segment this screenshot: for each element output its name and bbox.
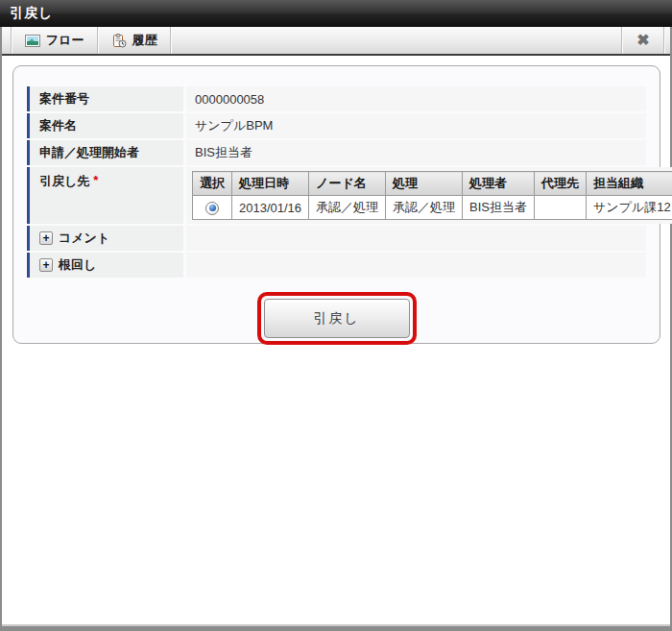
- radio-selected-dot: [209, 205, 216, 211]
- pullback-dialog-window: 引戻し フロー: [0, 0, 672, 631]
- case-name-value: サンプルBPM: [195, 117, 273, 134]
- pullback-target-label-cell: 引戻し先 *: [27, 167, 183, 224]
- flow-button-label: フロー: [46, 32, 84, 49]
- applicant-label: 申請／処理開始者: [39, 144, 139, 161]
- header-proxy: 代理先: [535, 172, 587, 196]
- dialog-titlebar: 引戻し: [0, 0, 672, 27]
- close-button[interactable]: ✖: [623, 27, 663, 54]
- header-processor: 処理者: [463, 172, 535, 196]
- case-number-value-cell: 0000000058: [186, 86, 646, 111]
- dialog-content: 案件番号 0000000058 案件名 サンプルBPM: [2, 56, 670, 624]
- form-row-pullback-target: 引戻し先 * 選択 処理日時 ノード名 処理 処理者: [27, 167, 646, 224]
- table-header-row: 選択 処理日時 ノード名 処理 処理者 代理先 担当組織: [193, 172, 672, 196]
- close-icon: ✖: [636, 33, 649, 48]
- dialog-body: フロー 履歴: [0, 27, 672, 631]
- organization-cell: サンプル課12: [587, 196, 672, 220]
- case-name-label-cell: 案件名: [27, 113, 183, 138]
- form-row-case-name: 案件名 サンプルBPM: [27, 113, 646, 138]
- history-clipboard-icon: [111, 34, 127, 48]
- highlight-annotation: 引戻し: [257, 292, 417, 345]
- select-cell: [193, 196, 232, 220]
- form-row-case-number: 案件番号 0000000058: [27, 86, 646, 111]
- processor-cell: BIS担当者: [463, 196, 535, 220]
- applicant-label-cell: 申請／処理開始者: [27, 140, 183, 165]
- header-organization: 担当組織: [587, 172, 672, 196]
- flow-button[interactable]: フロー: [12, 27, 97, 54]
- action-button-area: 引戻し: [27, 292, 646, 345]
- table-row: 2013/01/16 承認／処理 承認／処理 BIS担当者 サンプル課12: [193, 196, 672, 220]
- comment-value-cell: [186, 226, 646, 251]
- dialog-title: 引戻し: [10, 5, 53, 22]
- toolbar-spacer: [172, 27, 621, 54]
- form-row-nemawashi: + 根回し: [27, 253, 646, 278]
- node-name-cell: 承認／処理: [309, 196, 386, 220]
- case-name-label: 案件名: [39, 117, 77, 134]
- pullback-target-label: 引戻し先: [39, 173, 89, 190]
- pullback-target-value-cell: 選択 処理日時 ノード名 処理 処理者 代理先 担当組織: [186, 167, 672, 224]
- comment-section-toggle[interactable]: + コメント: [27, 226, 183, 251]
- window-bottom-edge-dark: [2, 626, 670, 631]
- applicant-value-cell: BIS担当者: [186, 140, 646, 165]
- header-datetime: 処理日時: [232, 172, 309, 196]
- case-name-value-cell: サンプルBPM: [186, 113, 646, 138]
- pullback-target-table: 選択 処理日時 ノード名 処理 処理者 代理先 担当組織: [192, 171, 672, 220]
- required-mark: *: [93, 173, 98, 187]
- history-button-label: 履歴: [132, 32, 157, 49]
- process-cell: 承認／処理: [386, 196, 463, 220]
- form-row-applicant: 申請／処理開始者 BIS担当者: [27, 140, 646, 165]
- proxy-cell: [535, 196, 587, 220]
- header-process: 処理: [386, 172, 463, 196]
- toolbar: フロー 履歴: [2, 27, 670, 56]
- pullback-submit-button[interactable]: 引戻し: [264, 299, 410, 338]
- expand-plus-icon[interactable]: +: [39, 258, 53, 272]
- flow-image-icon: [25, 34, 40, 48]
- header-node-name: ノード名: [309, 172, 386, 196]
- nemawashi-label: 根回し: [59, 256, 96, 274]
- datetime-cell: 2013/01/16: [232, 196, 309, 220]
- applicant-value: BIS担当者: [195, 144, 252, 161]
- header-select: 選択: [193, 172, 232, 196]
- history-button[interactable]: 履歴: [99, 27, 170, 54]
- toolbar-right-pad: [665, 27, 670, 54]
- case-number-value: 0000000058: [195, 92, 264, 107]
- case-number-label-cell: 案件番号: [27, 86, 183, 111]
- toolbar-left-pad: [2, 27, 11, 54]
- nemawashi-value-cell: [186, 253, 646, 278]
- nemawashi-section-toggle[interactable]: + 根回し: [27, 253, 183, 278]
- comment-label: コメント: [59, 230, 109, 247]
- form-row-comment: + コメント: [27, 226, 646, 251]
- select-radio[interactable]: [205, 202, 219, 215]
- form-panel: 案件番号 0000000058 案件名 サンプルBPM: [12, 65, 660, 344]
- expand-plus-icon[interactable]: +: [39, 231, 53, 245]
- case-number-label: 案件番号: [39, 90, 89, 108]
